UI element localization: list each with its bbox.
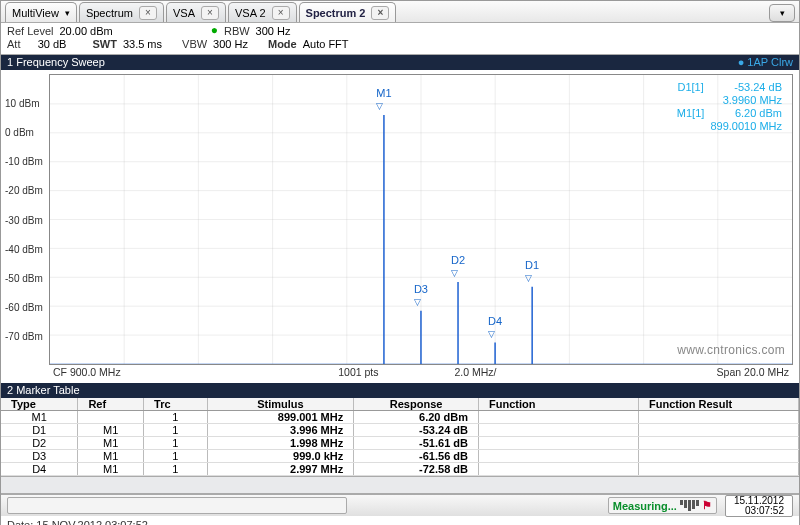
marker-label: M1▽ — [376, 87, 391, 111]
overflow-button[interactable]: ▾ — [769, 4, 795, 22]
col-header: Stimulus — [207, 398, 354, 411]
close-icon[interactable]: × — [272, 6, 290, 20]
table-row[interactable]: D3M11999.0 kHz-61.56 dB — [1, 450, 799, 463]
rbw-value: 300 Hz — [256, 25, 291, 38]
tab-label: VSA 2 — [235, 7, 266, 19]
table-row[interactable]: M11899.001 MHz6.20 dBm — [1, 411, 799, 424]
y-tick: -10 dBm — [5, 156, 43, 167]
tab-multiview[interactable]: MultiView ▾ — [5, 2, 77, 22]
sweep-title: 1 Frequency Sweep — [7, 56, 105, 69]
y-tick: -30 dBm — [5, 214, 43, 225]
swt-label: SWT — [92, 38, 116, 51]
tab-spectrum-2[interactable]: Spectrum 2 × — [299, 2, 397, 22]
x-axis-bar: CF 900.0 MHz 1001 pts 2.0 MHz/ Span 20.0… — [49, 366, 793, 380]
center-freq: CF 900.0 MHz — [53, 366, 296, 380]
table-row[interactable]: D2M111.998 MHz-51.61 dB — [1, 437, 799, 450]
message-slot — [7, 497, 347, 514]
tab-label: Spectrum — [86, 7, 133, 19]
vbw-label: VBW — [182, 38, 207, 51]
marker-label: D1▽ — [525, 259, 539, 283]
chevron-down-icon: ▾ — [65, 8, 70, 18]
settings-bar: Ref Level 20.00 dBm ● RBW 300 Hz Att 30 … — [1, 23, 799, 55]
table-footer-spacer — [1, 476, 799, 494]
close-icon[interactable]: × — [371, 6, 389, 20]
tab-label: Spectrum 2 — [306, 7, 366, 19]
col-header: Function Result — [639, 398, 799, 411]
mode-label: Mode — [268, 38, 297, 51]
y-tick: 10 dBm — [5, 98, 39, 109]
y-tick: -40 dBm — [5, 243, 43, 254]
tab-vsa[interactable]: VSA × — [166, 2, 226, 22]
col-header: Trc — [144, 398, 208, 411]
sweep-header: 1 Frequency Sweep ● 1AP Clrw — [1, 55, 799, 70]
rbw-label: RBW — [224, 25, 250, 38]
col-header: Response — [354, 398, 479, 411]
marker-label: D3▽ — [414, 283, 428, 307]
table-row[interactable]: D1M113.996 MHz-53.24 dB — [1, 424, 799, 437]
mode-value: Auto FFT — [303, 38, 349, 51]
marker-table-header: 2 Marker Table — [1, 383, 799, 398]
screenshot-timestamp: Date: 15.NOV.2012 03:07:52 — [1, 516, 799, 525]
points: 1001 pts — [338, 366, 378, 378]
tab-spectrum[interactable]: Spectrum × — [79, 2, 164, 22]
ref-level-value: 20.00 dBm — [59, 25, 112, 38]
spectrum-plot[interactable]: 10 dBm0 dBm-10 dBm-20 dBm-30 dBm-40 dBm-… — [1, 70, 799, 383]
status-bar: Measuring... ⚑ 15.11.2012 03:07:52 — [1, 494, 799, 516]
x-div: 2.0 MHz/ — [454, 366, 496, 378]
clock: 15.11.2012 03:07:52 — [725, 495, 793, 517]
tab-vsa-2[interactable]: VSA 2 × — [228, 2, 297, 22]
plot-grid: D1[1] -53.24 dB 3.9960 MHz M1[1] 6.20 dB… — [49, 74, 793, 365]
swt-value: 33.5 ms — [123, 38, 162, 51]
col-header: Function — [479, 398, 639, 411]
att-value: 30 dB — [26, 38, 66, 51]
close-icon[interactable]: × — [139, 6, 157, 20]
att-label: Att — [7, 38, 20, 51]
marker-label: D4▽ — [488, 315, 502, 339]
vbw-value: 300 Hz — [213, 38, 248, 51]
col-header: Ref — [78, 398, 144, 411]
col-header: Type — [1, 398, 78, 411]
marker-readout: D1[1] -53.24 dB 3.9960 MHz M1[1] 6.20 dB… — [677, 81, 782, 133]
measuring-indicator: Measuring... ⚑ — [608, 497, 717, 514]
marker-label: D2▽ — [451, 254, 465, 278]
progress-icon — [680, 500, 699, 511]
y-tick: 0 dBm — [5, 127, 34, 138]
chevron-down-icon: ▾ — [780, 8, 785, 18]
rec-icon: ⚑ — [702, 499, 712, 512]
table-row[interactable]: D4M112.997 MHz-72.58 dB — [1, 463, 799, 476]
y-tick: -20 dBm — [5, 185, 43, 196]
tab-bar: MultiView ▾ Spectrum × VSA × VSA 2 × Spe… — [1, 1, 799, 23]
span: Span 20.0 MHz — [539, 366, 789, 380]
close-icon[interactable]: × — [201, 6, 219, 20]
marker-table: TypeRefTrcStimulusResponseFunctionFuncti… — [1, 398, 799, 476]
status-dot-icon: ● — [211, 25, 218, 38]
trace-mode: ● 1AP Clrw — [738, 56, 793, 69]
tab-label: VSA — [173, 7, 195, 19]
y-tick: -70 dBm — [5, 330, 43, 341]
ref-level-label: Ref Level — [7, 25, 53, 38]
y-tick: -50 dBm — [5, 272, 43, 283]
y-tick: -60 dBm — [5, 301, 43, 312]
tab-label: MultiView — [12, 7, 59, 19]
